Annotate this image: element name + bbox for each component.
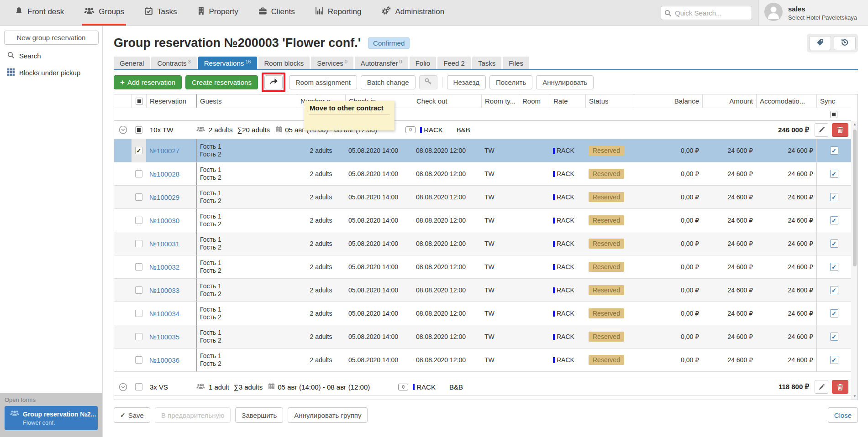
row-checkbox[interactable]: [135, 193, 142, 201]
sync-checkbox[interactable]: [830, 263, 838, 271]
reservation-link[interactable]: №100034: [149, 310, 179, 317]
table-row[interactable]: №100032 Гость 1 Гость 2 2 adults 05.08.2…: [114, 255, 851, 279]
table-row[interactable]: №100033 Гость 1 Гость 2 2 adults 05.08.2…: [114, 279, 851, 302]
col-sync[interactable]: Sync: [816, 94, 851, 108]
table-row[interactable]: №100028 Гость 1 Гость 2 2 adults 05.08.2…: [114, 162, 851, 186]
collapse-group-button[interactable]: [114, 383, 132, 391]
row-checkbox[interactable]: [135, 217, 142, 224]
batch-change-button[interactable]: Batch change: [361, 75, 416, 89]
sync-checkbox[interactable]: [830, 170, 838, 178]
nav-administration[interactable]: Administration: [379, 0, 446, 26]
sync-checkbox[interactable]: [830, 216, 838, 224]
annul-group-button[interactable]: Аннулировать группу: [288, 407, 368, 423]
create-reservations-button[interactable]: Create reservations: [185, 75, 258, 89]
history-button[interactable]: [834, 36, 856, 50]
room-assignment-button[interactable]: Room assignment: [289, 75, 357, 89]
tab[interactable]: Files: [503, 57, 529, 69]
tab[interactable]: Reservations16: [198, 57, 257, 69]
reservation-link[interactable]: №100032: [149, 263, 179, 271]
reservation-link[interactable]: №100030: [149, 217, 179, 224]
tab[interactable]: Autotransfer0: [355, 57, 408, 69]
quick-search-input[interactable]: [661, 6, 752, 20]
reservation-link[interactable]: №100027: [149, 147, 179, 155]
hotel-selector[interactable]: Select Hotel Paveletskaya: [788, 14, 857, 21]
col-room-type[interactable]: Room ty...: [481, 94, 519, 108]
row-checkbox[interactable]: [135, 263, 142, 271]
sidebar-item-blocks-under-pickup[interactable]: Blocks under pickup: [0, 64, 102, 81]
finish-button[interactable]: Завершить: [235, 407, 283, 423]
close-button[interactable]: Close: [828, 407, 858, 423]
table-row[interactable]: №100027 Гость 1 Гость 2 2 adults 05.08.2…: [114, 139, 851, 162]
nav-front-desk[interactable]: Front desk: [13, 0, 66, 26]
nav-groups[interactable]: Groups: [82, 0, 126, 26]
sync-checkbox[interactable]: [830, 333, 838, 341]
group-checkbox[interactable]: [135, 383, 142, 390]
tab[interactable]: Services0: [311, 57, 353, 69]
tab[interactable]: Tasks: [472, 57, 501, 69]
table-row[interactable]: №100029 Гость 1 Гость 2 2 adults 05.08.2…: [114, 186, 851, 209]
key-button[interactable]: [419, 75, 437, 89]
row-checkbox[interactable]: [135, 310, 142, 317]
sync-checkbox[interactable]: [830, 146, 838, 155]
sync-all-checkbox[interactable]: [830, 111, 837, 118]
tab[interactable]: Folio: [410, 57, 437, 69]
sync-checkbox[interactable]: [830, 356, 838, 364]
row-checkbox[interactable]: [135, 333, 142, 340]
table-row[interactable]: №100034 Гость 1 Гость 2 2 adults 05.08.2…: [114, 302, 851, 325]
tab[interactable]: Contracts3: [151, 57, 196, 69]
open-form-card[interactable]: Group reservation №2... Flower conf.: [5, 406, 98, 430]
tab[interactable]: Room blocks: [258, 57, 310, 69]
reservation-link[interactable]: №100031: [149, 240, 179, 248]
delete-group-button[interactable]: [832, 380, 848, 394]
reservation-link[interactable]: №100033: [149, 286, 179, 294]
scroll-up-icon[interactable]: ▲: [852, 121, 857, 128]
reservation-link[interactable]: №100035: [149, 333, 179, 341]
col-amount[interactable]: Amount: [702, 94, 756, 108]
edit-group-button[interactable]: [815, 380, 828, 394]
row-checkbox[interactable]: [135, 286, 142, 294]
col-accommodation[interactable]: Accomodatio...: [756, 94, 816, 108]
nav-reporting[interactable]: Reporting: [313, 0, 363, 26]
row-checkbox[interactable]: [135, 170, 142, 177]
sidebar-item-search[interactable]: Search: [0, 47, 102, 64]
reservation-link[interactable]: №100036: [149, 356, 179, 364]
col-checkout[interactable]: Check out: [413, 94, 481, 108]
col-guests[interactable]: Guests: [196, 94, 297, 108]
vertical-scrollbar[interactable]: ▲ ▼: [852, 121, 857, 400]
table-row[interactable]: №100035 Гость 1 Гость 2 2 adults 05.08.2…: [114, 325, 851, 349]
nav-tasks[interactable]: Tasks: [142, 0, 179, 26]
reservation-link[interactable]: №100028: [149, 170, 179, 178]
col-room[interactable]: Room: [519, 94, 550, 108]
row-checkbox[interactable]: [135, 240, 142, 247]
col-balance[interactable]: Balance: [634, 94, 702, 108]
new-group-reservation-button[interactable]: New group reservation: [4, 31, 99, 45]
col-reservation[interactable]: Reservation: [146, 94, 196, 108]
table-row[interactable]: №100031 Гость 1 Гость 2 2 adults 05.08.2…: [114, 232, 851, 255]
tags-button[interactable]: [809, 36, 831, 50]
settle-button[interactable]: Поселить: [489, 75, 532, 89]
nav-clients[interactable]: Clients: [257, 0, 297, 26]
select-all-checkbox[interactable]: [136, 98, 143, 105]
no-show-button[interactable]: Незаезд: [447, 75, 486, 89]
save-button[interactable]: ✓Save: [114, 407, 150, 423]
annul-button[interactable]: Аннулировать: [536, 75, 594, 89]
scroll-down-icon[interactable]: ▼: [852, 393, 857, 400]
col-status[interactable]: Status: [585, 94, 634, 108]
reservation-link[interactable]: №100029: [149, 193, 179, 201]
col-rate[interactable]: Rate: [550, 94, 585, 108]
sync-checkbox[interactable]: [830, 193, 838, 201]
scrollbar-thumb[interactable]: [853, 130, 857, 266]
group-checkbox[interactable]: [135, 126, 142, 134]
add-reservation-button[interactable]: +Add reservation: [114, 75, 182, 89]
delete-group-button[interactable]: [832, 123, 848, 137]
to-preliminary-button[interactable]: В предварительную: [155, 407, 231, 423]
row-checkbox[interactable]: [135, 147, 142, 154]
tab[interactable]: Feed 2: [437, 57, 471, 69]
table-row[interactable]: №100036 Гость 1 Гость 2 2 adults 05.08.2…: [114, 349, 851, 372]
sync-checkbox[interactable]: [830, 309, 838, 317]
move-to-other-contract-button[interactable]: [264, 75, 283, 89]
tab[interactable]: General: [114, 57, 150, 69]
sync-checkbox[interactable]: [830, 239, 838, 248]
sync-checkbox[interactable]: [830, 286, 838, 294]
row-checkbox[interactable]: [135, 356, 142, 364]
